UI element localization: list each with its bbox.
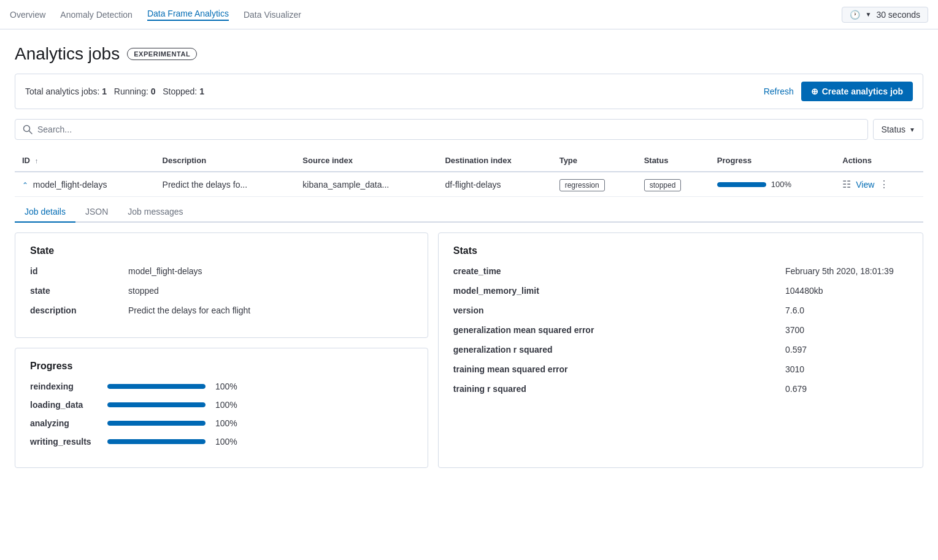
progress-loading-label: loading_data	[30, 400, 98, 410]
search-icon	[23, 125, 33, 134]
progress-analyzing-fill	[107, 421, 206, 426]
stats-train-mse-row: training mean squared error 3010	[453, 364, 908, 374]
chevron-down-icon: ▼	[865, 11, 871, 18]
row-description: Predict the delays fo...	[155, 172, 296, 197]
state-id-row: id model_flight-delays	[30, 266, 413, 276]
stats-gen-r2-row: generalization r squared 0.597	[453, 345, 908, 355]
stopped-value: 1	[199, 86, 204, 96]
state-description-value: Predict the delays for each flight	[128, 305, 250, 315]
stats-card: Stats create_time February 5th 2020, 18:…	[438, 232, 923, 468]
progress-loading-fill	[107, 402, 206, 407]
stopped-label: Stopped:	[163, 86, 197, 96]
stats-version-label: version	[453, 305, 785, 315]
progress-analyzing-label: analyzing	[30, 418, 98, 428]
tab-job-messages[interactable]: Job messages	[118, 202, 193, 223]
analytics-jobs-table: ID ↑ Description Source index Destinatio…	[15, 150, 923, 197]
progress-writing-track	[107, 439, 206, 444]
table-icon: ☷	[842, 178, 851, 190]
stats-actions: Refresh ⊕ Create analytics job	[764, 82, 913, 101]
stats-train-mse-value: 3010	[785, 364, 908, 374]
progress-reindexing-pct: 100%	[215, 382, 237, 391]
page-title: Analytics jobs	[15, 44, 120, 64]
state-card: State id model_flight-delays state stopp…	[15, 232, 428, 338]
state-state-value: stopped	[128, 286, 159, 296]
col-header-progress[interactable]: Progress	[710, 150, 835, 172]
col-header-status[interactable]: Status	[637, 150, 710, 172]
create-analytics-job-button[interactable]: ⊕ Create analytics job	[801, 82, 913, 101]
search-input[interactable]	[37, 125, 860, 134]
detail-tabs: Job details JSON Job messages	[15, 202, 923, 223]
table-row: ⌃ model_flight-delays Predict the delays…	[15, 172, 923, 197]
nav-overview[interactable]: Overview	[10, 10, 45, 20]
progress-writing-pct: 100%	[215, 437, 237, 447]
stats-create-time-label: create_time	[453, 266, 785, 276]
running-value: 0	[151, 86, 156, 96]
stats-version-value: 7.6.0	[785, 305, 908, 315]
row-type: regression	[552, 172, 637, 197]
col-header-source-index[interactable]: Source index	[295, 150, 437, 172]
progress-card-title: Progress	[30, 361, 413, 372]
nav-data-frame-analytics[interactable]: Data Frame Analytics	[147, 9, 229, 21]
top-navigation: Overview Anomaly Detection Data Frame An…	[0, 0, 938, 29]
nav-data-visualizer[interactable]: Data Visualizer	[244, 10, 301, 20]
tab-json[interactable]: JSON	[75, 202, 118, 223]
progress-reindexing-label: reindexing	[30, 382, 98, 391]
progress-loading-pct: 100%	[215, 400, 237, 410]
running-label: Running:	[114, 86, 148, 96]
stats-gen-r2-label: generalization r squared	[453, 345, 785, 355]
expand-icon[interactable]: ⌃	[22, 181, 28, 190]
col-header-type[interactable]: Type	[552, 150, 637, 172]
stats-gen-mse-value: 3700	[785, 325, 908, 335]
progress-loading-row: loading_data 100%	[30, 400, 413, 410]
progress-analyzing-row: analyzing 100%	[30, 418, 413, 428]
stats-train-r2-row: training r squared 0.679	[453, 384, 908, 394]
chevron-down-icon: ▼	[909, 126, 915, 133]
total-jobs-value: 1	[102, 86, 107, 96]
progress-reindexing-fill	[107, 384, 206, 389]
progress-writing-label: writing_results	[30, 437, 98, 447]
clock-icon: 🕐	[850, 10, 860, 20]
state-card-title: State	[30, 245, 413, 256]
cards-row: State id model_flight-delays state stopp…	[15, 232, 923, 468]
progress-reindexing-track	[107, 384, 206, 389]
stats-gen-mse-label: generalization mean squared error	[453, 325, 785, 335]
stats-train-r2-value: 0.679	[785, 384, 908, 394]
nav-anomaly-detection[interactable]: Anomaly Detection	[60, 10, 133, 20]
plus-icon: ⊕	[811, 86, 818, 96]
stats-memory-row: model_memory_limit 104480kb	[453, 286, 908, 296]
progress-analyzing-track	[107, 421, 206, 426]
state-state-row: state stopped	[30, 286, 413, 296]
stats-gen-mse-row: generalization mean squared error 3700	[453, 325, 908, 335]
refresh-interval-value: 30 seconds	[876, 10, 920, 20]
tab-job-details[interactable]: Job details	[15, 202, 75, 223]
progress-bar-track	[717, 182, 766, 187]
progress-writing-fill	[107, 439, 206, 444]
stats-memory-value: 104480kb	[785, 286, 908, 296]
row-source-index: kibana_sample_data...	[295, 172, 437, 197]
row-id: model_flight-delays	[33, 180, 107, 190]
progress-bar-fill	[717, 182, 766, 187]
progress-loading-track	[107, 402, 206, 407]
more-options-icon[interactable]: ⋮	[879, 178, 890, 190]
stats-summary: Total analytics jobs: 1 Running: 0 Stopp…	[25, 86, 204, 96]
row-destination-index: df-flight-delays	[437, 172, 552, 197]
view-button[interactable]: View	[856, 180, 874, 190]
refresh-interval-selector[interactable]: 🕐 ▼ 30 seconds	[842, 7, 928, 23]
state-description-label: description	[30, 305, 128, 315]
total-jobs-label: Total analytics jobs:	[25, 86, 99, 96]
row-actions: ☷ View ⋮	[835, 172, 923, 197]
stats-create-time-row: create_time February 5th 2020, 18:01:39	[453, 266, 908, 276]
col-header-destination-index[interactable]: Destination index	[437, 150, 552, 172]
search-container	[15, 119, 868, 140]
col-header-description[interactable]: Description	[155, 150, 296, 172]
stats-memory-label: model_memory_limit	[453, 286, 785, 296]
state-description-row: description Predict the delays for each …	[30, 305, 413, 315]
status-badge: stopped	[644, 179, 682, 191]
stats-gen-r2-value: 0.597	[785, 345, 908, 355]
status-dropdown[interactable]: Status ▼	[873, 119, 923, 140]
state-state-label: state	[30, 286, 128, 296]
row-progress: 100%	[710, 172, 835, 197]
stats-create-time-value: February 5th 2020, 18:01:39	[785, 266, 908, 276]
col-header-id[interactable]: ID ↑	[15, 150, 155, 172]
refresh-button[interactable]: Refresh	[764, 86, 794, 96]
